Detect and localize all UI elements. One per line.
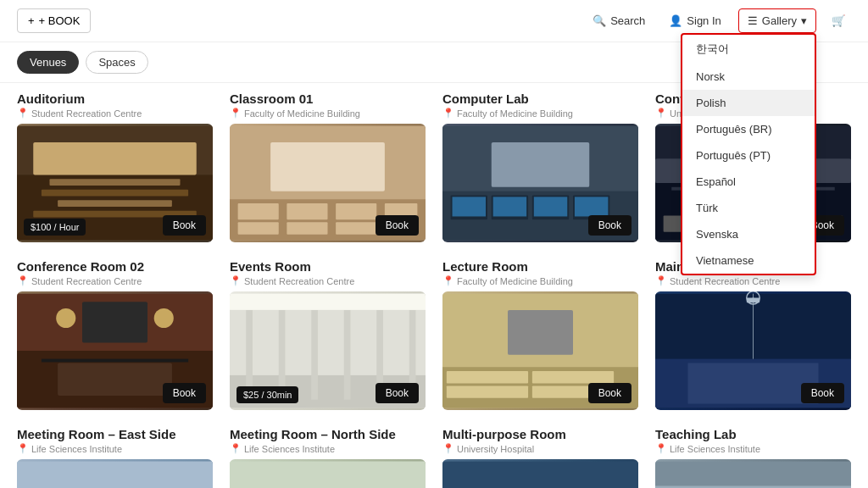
lang-option-norsk[interactable]: Norsk bbox=[682, 64, 815, 90]
venue-name: Teaching Lab bbox=[655, 427, 851, 441]
venue-location: 📍 Student Recreation Centre bbox=[17, 275, 213, 286]
venue-location: 📍 Life Sciences Institute bbox=[17, 443, 213, 454]
book-overlay-button[interactable]: Book bbox=[376, 215, 419, 236]
svg-rect-51 bbox=[230, 294, 426, 310]
book-overlay-button[interactable]: Book bbox=[163, 383, 206, 403]
venues-filter[interactable]: Venues bbox=[17, 51, 79, 74]
header: + + BOOK 🔍 Search 👤 Sign In ☰ Gallery ▾ … bbox=[0, 0, 868, 42]
location-text: Faculty of Medicine Building bbox=[244, 108, 360, 119]
venue-location: 📍 Student Recreation Centre bbox=[655, 275, 851, 286]
cart-button[interactable]: 🛒 bbox=[826, 9, 851, 32]
svg-rect-26 bbox=[575, 197, 608, 216]
venue-card-auditorium[interactable]: Auditorium 📍 Student Recreation Centre $… bbox=[8, 83, 221, 251]
plus-icon: + bbox=[28, 14, 35, 27]
venue-image-wrap: Book bbox=[230, 124, 426, 242]
venue-card-classroom01[interactable]: Classroom 01 📍 Faculty of Medicine Build… bbox=[221, 83, 434, 251]
location-text: Faculty of Medicine Building bbox=[457, 108, 573, 119]
venue-card-computer-lab[interactable]: Computer Lab 📍 Faculty of Medicine Build… bbox=[434, 83, 647, 251]
menu-icon: ☰ bbox=[748, 14, 758, 27]
lang-option-espanol[interactable]: Español bbox=[682, 169, 815, 195]
svg-rect-11 bbox=[336, 203, 376, 219]
venue-location: 📍 Life Sciences Institute bbox=[655, 443, 851, 454]
location-icon: 📍 bbox=[17, 108, 29, 119]
venue-location: 📍 Life Sciences Institute bbox=[230, 443, 426, 454]
book-overlay-button[interactable]: Book bbox=[588, 383, 632, 403]
book-overlay-button[interactable]: Book bbox=[376, 383, 419, 403]
svg-rect-20 bbox=[453, 197, 486, 216]
svg-rect-3 bbox=[50, 179, 181, 186]
venue-card-events-room[interactable]: Events Room 📍 Student Recreation Centre … bbox=[221, 251, 434, 419]
venue-image-wrap: Book bbox=[655, 459, 851, 488]
venue-image-wrap: Book bbox=[17, 459, 213, 488]
svg-rect-15 bbox=[336, 222, 376, 234]
venue-image bbox=[230, 459, 426, 488]
location-icon: 📍 bbox=[442, 275, 454, 286]
lang-option-korean[interactable]: 한국어 bbox=[682, 35, 815, 64]
svg-rect-5 bbox=[58, 200, 172, 207]
venue-location: 📍 University Hospital bbox=[442, 443, 638, 454]
venue-name: Multi-purpose Room bbox=[442, 427, 638, 441]
venue-name: Classroom 01 bbox=[230, 92, 426, 106]
location-text: Life Sciences Institute bbox=[31, 444, 122, 454]
book-button[interactable]: + + BOOK bbox=[17, 8, 91, 33]
svg-rect-58 bbox=[508, 310, 573, 355]
book-overlay-button[interactable]: Book bbox=[588, 215, 632, 236]
venue-card-gymnasium[interactable]: Main Gymnasium 📍 Student Recreation Cent… bbox=[647, 251, 860, 419]
location-text: Student Recreation Centre bbox=[244, 276, 354, 286]
venue-location: 📍 Student Recreation Centre bbox=[230, 275, 426, 286]
location-text: Life Sciences Institute bbox=[670, 444, 760, 454]
location-icon: 📍 bbox=[442, 443, 454, 454]
search-button[interactable]: 🔍 Search bbox=[586, 9, 652, 32]
svg-rect-42 bbox=[82, 302, 147, 342]
svg-rect-74 bbox=[442, 462, 638, 488]
svg-rect-68 bbox=[17, 462, 213, 488]
lang-option-polish[interactable]: Polish bbox=[682, 90, 815, 116]
venue-card-lecture-room[interactable]: Lecture Room 📍 Faculty of Medicine Build… bbox=[434, 251, 647, 419]
svg-rect-47 bbox=[311, 310, 318, 400]
venue-name: Conference Room 02 bbox=[17, 259, 213, 274]
venue-card-conf-room02[interactable]: Conference Room 02 📍 Student Recreation … bbox=[8, 251, 221, 419]
venue-image-wrap: Book bbox=[442, 459, 638, 488]
venue-location: 📍 Faculty of Medicine Building bbox=[442, 275, 638, 286]
location-icon: 📍 bbox=[230, 108, 242, 119]
book-overlay-button[interactable]: Book bbox=[163, 215, 206, 236]
venue-location: 📍 Student Recreation Centre bbox=[17, 108, 213, 119]
venue-card-meeting-east[interactable]: Meeting Room – East Side 📍 Life Sciences… bbox=[8, 419, 221, 488]
header-left: + + BOOK bbox=[17, 8, 91, 33]
lang-option-portuguese-pt[interactable]: Português (PT) bbox=[682, 142, 815, 169]
location-icon: 📍 bbox=[655, 443, 667, 454]
svg-rect-24 bbox=[534, 197, 567, 216]
venue-name: Lecture Room bbox=[442, 259, 638, 274]
venue-card-multipurpose[interactable]: Multi-purpose Room 📍 University Hospital… bbox=[434, 419, 647, 488]
user-icon: 👤 bbox=[669, 14, 682, 27]
location-icon: 📍 bbox=[442, 108, 454, 119]
search-label: Search bbox=[610, 14, 645, 27]
gallery-button[interactable]: ☰ Gallery ▾ bbox=[738, 8, 816, 33]
svg-rect-27 bbox=[492, 142, 590, 187]
venue-image-wrap: Book bbox=[442, 124, 638, 242]
lang-option-vietnamese[interactable]: Vietnamese bbox=[682, 247, 815, 274]
book-overlay-button[interactable]: Book bbox=[801, 383, 844, 403]
spaces-filter[interactable]: Spaces bbox=[86, 51, 147, 74]
location-text: Student Recreation Centre bbox=[31, 276, 142, 286]
price-tag: $25 / 30min bbox=[236, 386, 298, 403]
svg-rect-38 bbox=[42, 359, 188, 363]
venue-image bbox=[17, 459, 213, 488]
signin-button[interactable]: 👤 Sign In bbox=[662, 9, 727, 32]
venue-name: Meeting Room – North Side bbox=[230, 427, 426, 441]
venue-image bbox=[442, 459, 638, 488]
svg-rect-48 bbox=[344, 310, 351, 400]
venue-image-wrap: Book bbox=[655, 291, 851, 410]
svg-point-41 bbox=[154, 308, 174, 328]
lang-option-portuguese-br[interactable]: Português (BR) bbox=[682, 116, 815, 142]
location-icon: 📍 bbox=[17, 443, 29, 454]
svg-rect-9 bbox=[238, 203, 279, 219]
location-text: Life Sciences Institute bbox=[244, 444, 335, 454]
location-text: Student Recreation Centre bbox=[670, 276, 780, 286]
venue-card-teaching-lab[interactable]: Teaching Lab 📍 Life Sciences Institute B… bbox=[647, 419, 860, 488]
lang-option-svenska[interactable]: Svenska bbox=[682, 221, 815, 247]
venue-card-meeting-north[interactable]: Meeting Room – North Side 📍 Life Science… bbox=[221, 419, 434, 488]
svg-rect-16 bbox=[270, 142, 385, 191]
lang-option-turk[interactable]: Türk bbox=[682, 195, 815, 221]
venue-name: Auditorium bbox=[17, 92, 213, 106]
